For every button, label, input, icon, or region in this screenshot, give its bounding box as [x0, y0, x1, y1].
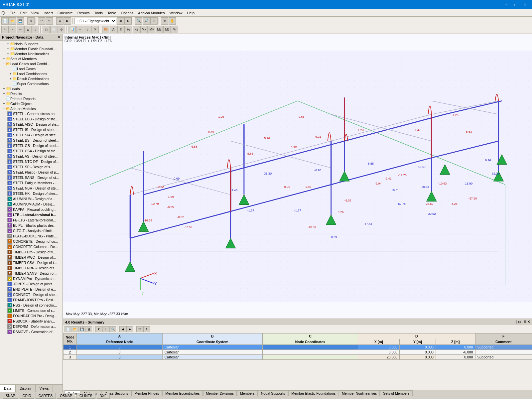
fz-btn[interactable]: Fz — [133, 26, 140, 33]
left-tab-display[interactable]: Display — [16, 385, 35, 392]
menu-item-view[interactable]: View — [29, 10, 41, 16]
menu-item-file[interactable]: File — [8, 10, 18, 16]
status-osnap[interactable]: OSNAP — [57, 393, 75, 399]
member-btn[interactable]: ═ — [17, 26, 24, 33]
module-connect[interactable]: C CONNECT - Design of she... — [1, 292, 62, 297]
bottom-tab-member-divisions[interactable]: Member Divisions — [203, 390, 237, 396]
results-disp-btn[interactable]: 📊 — [68, 26, 76, 33]
labels-btn[interactable]: A — [110, 26, 117, 33]
bottom-tab-nodal-supports[interactable]: Nodal Supports — [258, 390, 288, 396]
view3d-btn[interactable]: Fy — [125, 26, 132, 33]
zoom-out-btn[interactable]: 🔎 — [143, 17, 150, 25]
bottom-tab-sets[interactable]: Sets of Members — [380, 390, 412, 396]
module-foundation[interactable]: F FOUNDATION Pro - Desig... — [1, 313, 62, 319]
res-sort-btn[interactable]: ↕ — [102, 326, 109, 332]
module-steel-sans[interactable]: S STEEL SANS - Design of st... — [1, 175, 62, 180]
module-timber-nbr[interactable]: T TIMBER NBR - Design of t... — [1, 265, 62, 271]
open-btn[interactable]: 📂 — [9, 17, 16, 25]
module-joints[interactable]: J JOINTS - Design of joints — [1, 281, 62, 287]
module-steel-csa[interactable]: S STEEL CSA - Design of ste... — [1, 148, 62, 154]
load-btn[interactable]: ↓ — [32, 26, 39, 33]
module-steel-bs[interactable]: S STEEL BS - Design of steel... — [1, 138, 62, 143]
maximize-button[interactable]: □ — [511, 1, 520, 8]
module-aluminum-adm[interactable]: A ALUMINUM ADM - Desig... — [1, 201, 62, 207]
mz-btn[interactable]: Mz — [156, 26, 163, 33]
module-steel-aisc[interactable]: S STEEL AISC - Design of ste... — [1, 122, 62, 127]
results-table-container[interactable]: NodeNo. A B C D F Reference Node Coordin… — [63, 333, 532, 390]
save-btn[interactable]: 💾 — [17, 17, 24, 25]
status-grid[interactable]: GRID — [20, 393, 34, 399]
new-btn[interactable]: 📄 — [1, 17, 9, 25]
res-next-btn[interactable]: ▶ — [126, 326, 133, 332]
section-btn[interactable]: ⊙ — [58, 26, 65, 33]
module-steel-ec3[interactable]: S STEEL EC3 - Design of ste... — [1, 116, 62, 122]
minimize-button[interactable]: − — [502, 1, 511, 8]
menu-item-insert[interactable]: Insert — [42, 10, 55, 16]
zoom-in-btn[interactable]: 🔍 — [135, 17, 142, 25]
tree-item-nonlinearities[interactable]: + 📁 Member Nonlinearities — [1, 51, 62, 56]
tree-item-loads[interactable]: + 📁 Loads — [1, 86, 62, 91]
module-rsmove[interactable]: R RSMOVE - Generation of... — [1, 329, 62, 334]
print-btn[interactable]: 🖨 — [27, 17, 35, 25]
menu-item-results[interactable]: Results — [75, 10, 92, 16]
res-save-btn[interactable]: 💾 — [78, 326, 85, 332]
menu-item-calculate[interactable]: Calculate — [56, 10, 75, 16]
tree-item-load-combos[interactable]: − 📂 Load Cases and Combi... — [1, 61, 62, 66]
module-concrete[interactable]: C CONCRETE - Design of co... — [1, 239, 62, 244]
module-rsbuck[interactable]: R RSBUCK - Stability analy... — [1, 319, 62, 324]
next-lc-btn[interactable]: ▶ — [124, 17, 132, 25]
tree-item-results[interactable]: + 📁 Results — [1, 91, 62, 96]
status-snap[interactable]: SNAP — [3, 393, 18, 399]
support-btn[interactable]: ▲ — [24, 26, 32, 33]
module-end-plate[interactable]: E END-PLATE - Design of e... — [1, 287, 62, 292]
moments-btn[interactable]: ⟳ — [91, 26, 99, 33]
bottom-tab-nonlinearities[interactable]: Member Nonlinearities — [339, 390, 380, 396]
status-dxf[interactable]: DXF — [97, 393, 110, 399]
left-tab-views[interactable]: Views — [36, 385, 53, 392]
menu-item-tools[interactable]: Tools — [92, 10, 105, 16]
color-scale-btn[interactable]: 🎨 — [102, 26, 109, 33]
res-zoom-btn[interactable]: 🔍 — [109, 326, 116, 332]
module-dynam[interactable]: D DYNAM Pro - Dynamic an... — [1, 276, 62, 281]
module-el-pl[interactable]: E EL-PL - Elastic-plastic des... — [1, 223, 62, 228]
module-kappa[interactable]: K KAPPA - Flexural buckling... — [1, 207, 62, 212]
menu-item-add-on-modules[interactable]: Add-on Modules — [136, 10, 167, 16]
module-timber-awc[interactable]: T TIMBER AWC - Design of... — [1, 255, 62, 260]
undo-btn[interactable]: ↩ — [38, 17, 45, 25]
res-fx-btn[interactable]: fx — [136, 326, 143, 332]
tree-item-printout[interactable]: 📄 Printout Reports — [1, 96, 62, 101]
module-timber-pro[interactable]: T TIMBER Pro - Design of ti... — [1, 249, 62, 255]
status-glines[interactable]: GLINES — [76, 393, 95, 399]
left-tab-data[interactable]: Data — [0, 385, 16, 392]
module-steel-ntc[interactable]: S STEEL NTC-DF - Design of... — [1, 159, 62, 164]
tree-item-super-combinations[interactable]: 📄 Super Combinations — [1, 81, 62, 86]
mt-btn[interactable]: Mt — [163, 26, 171, 33]
res-open-btn[interactable]: 📂 — [71, 326, 78, 332]
results-float-btn[interactable]: ⊟ — [516, 320, 522, 324]
bottom-tab-member-hinges[interactable]: Member Hinges — [131, 390, 162, 396]
module-fe-ltb[interactable]: F FE-LTB - Lateral-torsional... — [1, 217, 62, 223]
render-btn[interactable]: ◻ — [43, 26, 50, 33]
table-row-2[interactable]: 2 0 Cartesian 0.000 0.000 -6.000 — [64, 350, 532, 355]
module-c-to-t[interactable]: C C-TO-T - Analysis of limit... — [1, 228, 62, 233]
table-row-1[interactable]: 1 0 Cartesian 0.000 0.000 0.000 Supporte… — [64, 345, 532, 350]
tree-item-guide-objects[interactable]: + 📁 Guide Objects — [1, 101, 62, 106]
module-timber-csa[interactable]: T TIMBER CSA - Design of t... — [1, 260, 62, 265]
res-filter-btn[interactable]: ▼ — [95, 326, 102, 332]
menu-item-window[interactable]: Window — [167, 10, 184, 16]
tree-item-nodal-supports[interactable]: + 📁 Nodal Supports — [1, 41, 62, 46]
module-steel-sp[interactable]: S STEEL SP - Design of s... — [1, 164, 62, 170]
module-steel-plastic[interactable]: S STEEL Plastic - Design of p... — [1, 170, 62, 175]
tree-item-addons[interactable]: − 📂 Add-on Modules — [1, 106, 62, 111]
deform-btn[interactable]: 〰 — [76, 26, 83, 33]
menu-item-options[interactable]: Options — [119, 10, 135, 16]
menu-item-table[interactable]: Table — [105, 10, 118, 16]
bottom-tab-member-eccentricities[interactable]: Member Eccentricities — [162, 390, 202, 396]
mr-btn[interactable]: Mr — [171, 26, 178, 33]
my-btn[interactable]: My — [148, 26, 155, 33]
rotate-btn[interactable]: ↻ — [161, 17, 168, 25]
module-steel-is[interactable]: S STEEL IS - Design of steel... — [1, 127, 62, 132]
menu-item-help[interactable]: Help — [185, 10, 197, 16]
fit-btn[interactable]: ⊞ — [150, 17, 158, 25]
module-steel-gb[interactable]: S STEEL GB - Design of steel... — [1, 143, 62, 148]
